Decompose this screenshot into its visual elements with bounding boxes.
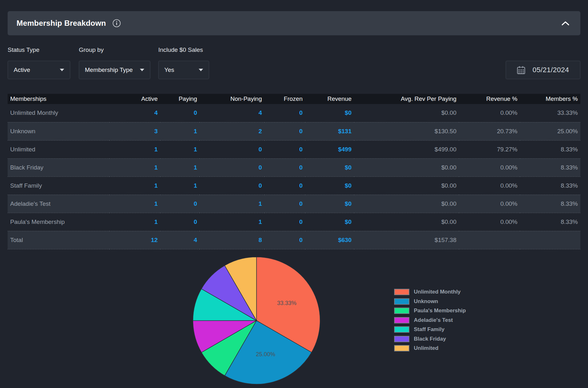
legend-item-staff-family[interactable]: Staff Family <box>394 325 466 335</box>
cell-members-: 8.33% <box>520 195 580 213</box>
cell-memberships: Unlimited <box>8 140 109 158</box>
include-zero-sales-select[interactable]: Yes <box>158 61 209 79</box>
legend-swatch <box>394 289 409 295</box>
cell-revenue-: 0.00% <box>459 195 520 213</box>
cell-revenue: $0 <box>305 177 354 195</box>
cell-revenue-: 0.00% <box>459 177 520 195</box>
cell-frozen: 0 <box>264 104 305 122</box>
status-type-select[interactable]: Active <box>8 61 70 79</box>
calendar-icon <box>517 66 525 74</box>
cell-paying: 0 <box>160 213 200 231</box>
column-header-avg-rev-per-paying: Avg. Rev Per Paying <box>354 94 459 104</box>
cell-memberships: Black Friday <box>8 158 109 177</box>
pie-slice-label: 25.00% <box>256 351 275 357</box>
cell-members-: 8.33% <box>520 213 580 231</box>
chevron-down-icon <box>199 69 203 71</box>
cell-avg-rev-per-paying: $157.38 <box>354 231 459 249</box>
legend-swatch <box>394 326 409 333</box>
cell-avg-rev-per-paying: $130.50 <box>354 122 459 140</box>
cell-revenue-: 0.00% <box>459 213 520 231</box>
column-header-memberships: Memberships <box>8 94 109 104</box>
cell-active: 4 <box>109 104 160 122</box>
table-row: Adeladie's Test1010$0$0.000.00%8.33% <box>8 195 580 213</box>
membership-table: MembershipsActivePayingNon-PayingFrozenR… <box>8 94 580 249</box>
legend-item-black-friday[interactable]: Black Friday <box>394 334 466 344</box>
legend-label: Unlimited <box>414 345 438 351</box>
cell-non-paying: 0 <box>200 177 264 195</box>
table-row: Paula's Membership1010$0$0.000.00%8.33% <box>8 213 580 231</box>
collapse-chevron-up-icon[interactable] <box>559 19 571 28</box>
legend-item-unlimited[interactable]: Unlimited <box>394 344 466 353</box>
column-header-frozen: Frozen <box>264 94 305 104</box>
legend-label: Staff Family <box>414 326 444 333</box>
cell-paying: 1 <box>160 177 200 195</box>
filter-group-by: Group by Membership Type <box>79 46 150 79</box>
cell-active: 1 <box>109 195 160 213</box>
cell-memberships: Adeladie's Test <box>8 195 109 213</box>
legend-swatch <box>394 345 409 351</box>
cell-avg-rev-per-paying: $0.00 <box>354 195 459 213</box>
chart-area: 33.33%25.00% Unlimited MonthlyUnknownPau… <box>8 249 580 388</box>
cell-revenue: $131 <box>305 122 354 140</box>
legend-label: Adeladie's Test <box>414 317 453 323</box>
chevron-down-icon <box>140 69 144 71</box>
filter-status-type: Status Type Active <box>8 46 70 79</box>
cell-non-paying: 1 <box>200 195 264 213</box>
cell-paying: 0 <box>160 195 200 213</box>
include-zero-sales-value: Yes <box>164 66 174 73</box>
cell-non-paying: 1 <box>200 213 264 231</box>
cell-members-: 33.33% <box>520 104 580 122</box>
pie-slice-label: 33.33% <box>277 300 297 306</box>
legend-swatch <box>394 336 409 342</box>
include-zero-sales-label: Include $0 Sales <box>158 46 209 53</box>
cell-members-: 8.33% <box>520 177 580 195</box>
pie-chart: 33.33%25.00% <box>191 255 322 386</box>
cell-paying: 1 <box>160 122 200 140</box>
cell-revenue: $499 <box>305 140 354 158</box>
column-header-revenue: Revenue <box>305 94 354 104</box>
legend-item-unlimited-monthly[interactable]: Unlimited Monthly <box>394 288 466 297</box>
filter-include-zero-sales: Include $0 Sales Yes <box>158 46 209 79</box>
cell-paying: 4 <box>160 231 200 249</box>
cell-frozen: 0 <box>264 177 305 195</box>
cell-revenue-: 0.00% <box>459 104 520 122</box>
group-by-value: Membership Type <box>85 66 133 73</box>
legend-item-unknown[interactable]: Unknown <box>394 297 466 306</box>
cell-active: 1 <box>109 158 160 177</box>
cell-frozen: 0 <box>264 140 305 158</box>
group-by-select[interactable]: Membership Type <box>79 61 150 79</box>
cell-revenue: $630 <box>305 231 354 249</box>
legend-label: Paula's Membership <box>414 308 466 314</box>
legend-swatch <box>394 308 409 314</box>
cell-active: 3 <box>109 122 160 140</box>
legend-label: Unknown <box>414 298 438 305</box>
date-picker[interactable]: 05/21/2024 <box>506 61 580 79</box>
cell-frozen: 0 <box>264 213 305 231</box>
membership-breakdown-panel: Membership Breakdown Status Type Active … <box>0 11 588 388</box>
cell-members-: 8.33% <box>520 158 580 177</box>
status-type-value: Active <box>14 66 30 73</box>
table-row: Unlimited Monthly4040$0$0.000.00%33.33% <box>8 104 580 122</box>
table-row: Unknown3120$131$130.5020.73%25.00% <box>8 122 580 140</box>
legend-label: Black Friday <box>414 336 446 342</box>
cell-memberships: Total <box>8 231 109 249</box>
cell-revenue-: 79.27% <box>459 140 520 158</box>
cell-revenue: $0 <box>305 195 354 213</box>
legend-item-adeladie-s-test[interactable]: Adeladie's Test <box>394 315 466 325</box>
cell-memberships: Unlimited Monthly <box>8 104 109 122</box>
cell-non-paying: 8 <box>200 231 264 249</box>
legend-label: Unlimited Monthly <box>414 289 461 295</box>
info-icon[interactable] <box>112 19 121 28</box>
legend-swatch <box>394 317 409 323</box>
legend-item-paula-s-membership[interactable]: Paula's Membership <box>394 306 466 316</box>
table-row: Unlimited1100$499$499.0079.27%8.33% <box>8 140 580 158</box>
column-header-paying: Paying <box>160 94 200 104</box>
cell-members-: 8.33% <box>520 140 580 158</box>
panel-header: Membership Breakdown <box>8 11 580 35</box>
cell-non-paying: 2 <box>200 122 264 140</box>
cell-avg-rev-per-paying: $499.00 <box>354 140 459 158</box>
table-total-row: Total12480$630$157.38 <box>8 231 580 249</box>
group-by-label: Group by <box>79 46 150 53</box>
cell-frozen: 0 <box>264 158 305 177</box>
cell-revenue: $0 <box>305 104 354 122</box>
